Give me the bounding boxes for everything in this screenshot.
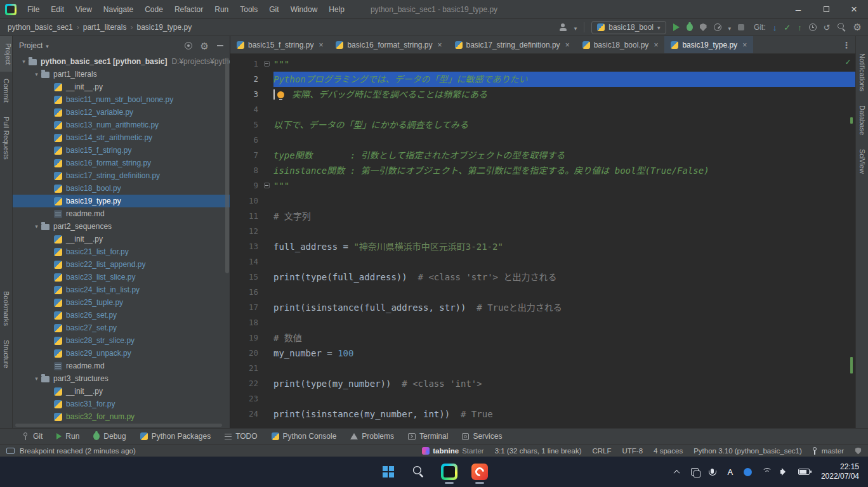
tool-button-python-console[interactable]: Python Console xyxy=(265,429,344,444)
code-line-20[interactable]: 20my_number = 100 xyxy=(230,346,855,361)
tree-item-part1-literals[interactable]: ▾part1_literals xyxy=(13,68,230,81)
hide-panel-icon[interactable] xyxy=(217,45,223,46)
locate-file-icon[interactable] xyxy=(185,42,192,49)
tray-status-button[interactable] xyxy=(744,468,753,476)
debug-button[interactable] xyxy=(687,23,693,31)
tree-item-basic24-list-in-list-py[interactable]: basic24_list_in_list.py xyxy=(13,283,230,296)
code-line-4[interactable]: 4 xyxy=(230,102,855,117)
tree-item-basic14-str-arithmetic-py[interactable]: basic14_str_arithmetic.py xyxy=(13,131,230,144)
tree-item-basic25-tuple-py[interactable]: basic25_tuple.py xyxy=(13,296,230,309)
menu-edit[interactable]: Edit xyxy=(45,0,70,19)
code-line-6[interactable]: 6 xyxy=(230,133,855,148)
menu-navigate[interactable]: Navigate xyxy=(98,0,139,19)
tray-app-button[interactable] xyxy=(690,468,699,476)
menu-help[interactable]: Help xyxy=(323,0,350,19)
menu-git[interactable]: Git xyxy=(263,0,284,19)
undo-button[interactable] xyxy=(824,22,831,32)
volume-button[interactable] xyxy=(780,468,789,476)
chevron-down-icon[interactable] xyxy=(46,41,49,50)
taskbar-app-button[interactable] xyxy=(467,459,492,484)
editor-tab-basic19-type-py[interactable]: basic19_type.py× xyxy=(664,36,753,53)
menu-tools[interactable]: Tools xyxy=(234,0,263,19)
breadcrumb-item-basic19-type-py[interactable]: basic19_type.py xyxy=(135,23,193,32)
editor-tab-basic17-string-definition-py[interactable]: basic17_string_definition.py× xyxy=(449,36,576,53)
tree-item-basic18-bool-py[interactable]: basic18_bool.py xyxy=(13,182,230,195)
tool-stripe-bookmarks[interactable]: Bookmarks xyxy=(3,284,10,333)
coverage-button[interactable] xyxy=(700,23,707,31)
tree-item-basic32-for-num-py[interactable]: basic32_for_num.py xyxy=(13,410,230,423)
tree-item-readme-md[interactable]: readme.md xyxy=(13,360,230,372)
protection-shield-icon[interactable] xyxy=(855,447,862,454)
maximize-button[interactable] xyxy=(812,0,840,18)
tab-close-icon[interactable]: × xyxy=(742,41,747,49)
close-button[interactable] xyxy=(840,0,868,18)
menu-view[interactable]: View xyxy=(70,0,98,19)
code-line-21[interactable]: 21 xyxy=(230,361,855,376)
menu-run[interactable]: Run xyxy=(209,0,234,19)
line-ending[interactable]: CRLF xyxy=(592,447,611,455)
stop-button[interactable] xyxy=(738,24,744,30)
tool-stripe-structure[interactable]: Structure xyxy=(3,333,10,375)
chevron-down-icon[interactable]: ▾ xyxy=(32,375,41,382)
inspections-ok-icon[interactable] xyxy=(845,57,850,67)
tool-stripe-notifications[interactable]: Notifications xyxy=(858,46,866,98)
git-branch-widget[interactable]: master xyxy=(813,447,844,455)
code-line-1[interactable]: 1""" xyxy=(230,56,855,72)
code-line-15[interactable]: 15print(type(full_address)) # <class 'st… xyxy=(230,269,855,285)
event-log-icon[interactable] xyxy=(6,448,15,454)
chevron-down-icon[interactable]: ▾ xyxy=(32,71,41,77)
tree-item-basic28-str-slice-py[interactable]: basic28_str_slice.py xyxy=(13,334,230,347)
menu-file[interactable]: File xyxy=(22,0,45,19)
tool-button-run[interactable]: Run xyxy=(49,429,86,444)
code-line-11[interactable]: 11# 文字列 xyxy=(230,209,855,224)
fold-icon[interactable] xyxy=(264,183,270,188)
tool-stripe-project[interactable]: Project xyxy=(0,36,12,72)
tool-button-todo[interactable]: TODO xyxy=(218,429,264,444)
editor[interactable]: 1"""2Pythonプログラミングでは、データの「型」に敏感でありたい3 実際… xyxy=(230,54,855,428)
code-line-22[interactable]: 22print(type(my_number)) # <class 'int'> xyxy=(230,376,855,391)
caret-position[interactable]: 3:1 (32 chars, 1 line break) xyxy=(495,447,582,455)
profiler-button[interactable] xyxy=(714,23,721,31)
code-line-24[interactable]: 24print(isinstance(my_number, int)) # Tr… xyxy=(230,406,855,422)
battery-button[interactable] xyxy=(798,469,810,475)
editor-tab-basic15-f-string-py[interactable]: basic15_f_string.py× xyxy=(230,36,329,53)
tool-button-terminal[interactable]: Terminal xyxy=(401,429,455,444)
code-line-8[interactable]: 8isinstance関数 : 第一引数にオブジェクト、第二引数に型を指定する。… xyxy=(230,163,855,178)
tray-expand-button[interactable] xyxy=(673,470,681,474)
breadcrumb-item-python-basic-sec1[interactable]: python_basic_sec1 xyxy=(6,23,74,32)
tool-button-services[interactable]: Services xyxy=(455,429,509,444)
tool-stripe-commit[interactable]: Commit xyxy=(3,72,10,110)
tree-item-basic11-num-str-bool-none-py[interactable]: basic11_num_str_bool_none.py xyxy=(13,93,230,106)
tree-item-basic13-num-arithmetic-py[interactable]: basic13_num_arithmetic.py xyxy=(13,119,230,131)
tree-item-basic21-list-for-py[interactable]: basic21_list_for.py xyxy=(13,245,230,258)
code-line-12[interactable]: 12 xyxy=(230,224,855,239)
tree-item-init-py[interactable]: __init__.py xyxy=(13,385,230,398)
menu-code[interactable]: Code xyxy=(139,0,169,19)
code-line-19[interactable]: 19# 数値 xyxy=(230,330,855,346)
tree-item-basic15-f-string-py[interactable]: basic15_f_string.py xyxy=(13,144,230,157)
tree-item-init-py[interactable]: __init__.py xyxy=(13,233,230,245)
user-icon[interactable] xyxy=(559,23,567,31)
tree-item-basic23-list-slice-py[interactable]: basic23_list_slice.py xyxy=(13,271,230,283)
run-config-selector[interactable]: basic18_bool xyxy=(591,21,666,34)
menu-refactor[interactable]: Refactor xyxy=(169,0,209,19)
intention-bulb-icon[interactable] xyxy=(277,91,284,98)
tool-button-problems[interactable]: Problems xyxy=(343,429,401,444)
project-scrollbar[interactable] xyxy=(225,58,229,273)
tabnine-widget[interactable]: tabnine Starter xyxy=(422,447,483,455)
chevron-down-icon[interactable]: ▾ xyxy=(32,223,41,230)
tree-item-basic17-string-definition-py[interactable]: basic17_string_definition.py xyxy=(13,169,230,182)
code-line-16[interactable]: 16 xyxy=(230,285,855,300)
taskbar-clock[interactable]: 22:15 2022/07/04 xyxy=(821,462,859,481)
tree-item-part2-sequences[interactable]: ▾part2_sequences xyxy=(13,220,230,233)
settings-gear-icon[interactable] xyxy=(201,41,209,51)
tree-item-part3-structures[interactable]: ▾part3_structures xyxy=(13,372,230,385)
code-line-3[interactable]: 3 実際、デバッグ時に型を調べることは頻繁にある xyxy=(230,87,855,102)
tree-item-basic26-set-py[interactable]: basic26_set.py xyxy=(13,309,230,321)
project-panel-title[interactable]: Project xyxy=(19,41,43,50)
tree-item-basic16-format-string-py[interactable]: basic16_format_string.py xyxy=(13,157,230,169)
code-line-13[interactable]: 13full_address = "神奈川県横浜市中区元浜町3-21-2" xyxy=(230,239,855,254)
file-encoding[interactable]: UTF-8 xyxy=(622,447,643,455)
tree-item-basic12-variable-py[interactable]: basic12_variable.py xyxy=(13,106,230,119)
tab-close-icon[interactable]: × xyxy=(654,41,658,49)
